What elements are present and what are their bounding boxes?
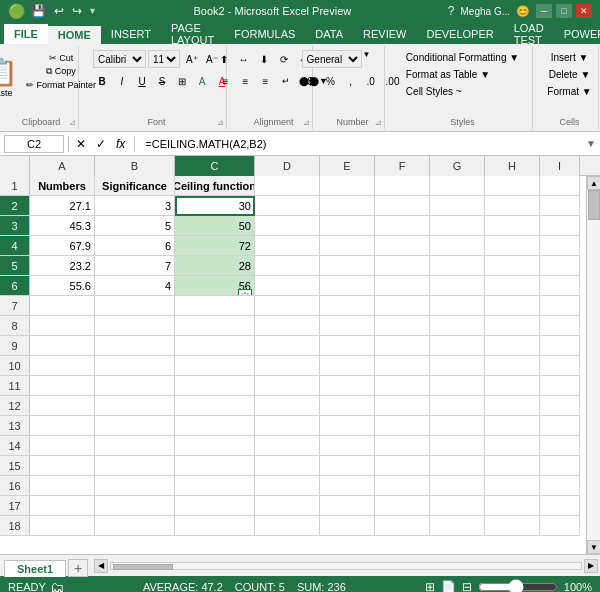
tab-developer[interactable]: DEVELOPER	[416, 24, 503, 44]
cell-a2[interactable]: 27.1	[30, 196, 95, 216]
cell-g4[interactable]	[430, 236, 485, 256]
row-header-7[interactable]: 7	[0, 296, 30, 316]
row-header-9[interactable]: 9	[0, 336, 30, 356]
increase-decimal-button[interactable]: .0	[362, 72, 380, 90]
cell-g5[interactable]	[430, 256, 485, 276]
tab-file[interactable]: FILE	[4, 24, 48, 44]
cell-a3[interactable]: 45.3	[30, 216, 95, 236]
formula-bar-expand-button[interactable]: ▼	[586, 138, 596, 149]
restore-button[interactable]: □	[556, 4, 572, 18]
col-header-d[interactable]: D	[255, 156, 320, 176]
zoom-slider[interactable]	[478, 581, 558, 592]
bold-button[interactable]: B	[93, 72, 111, 90]
row-header-6[interactable]: 6	[0, 276, 30, 296]
font-name-select[interactable]: Calibri	[93, 50, 146, 68]
vertical-scrollbar[interactable]: ▲ ▼	[586, 176, 600, 554]
page-layout-view-button[interactable]: 📄	[441, 580, 456, 592]
minimize-button[interactable]: ─	[536, 4, 552, 18]
formula-input[interactable]	[141, 135, 582, 153]
strikethrough-button[interactable]: S	[153, 72, 171, 90]
cell-b1[interactable]: Significance	[95, 176, 175, 196]
wrap-text-button[interactable]: ↵	[277, 72, 295, 90]
row-header-12[interactable]: 12	[0, 396, 30, 416]
cell-b2[interactable]: 3	[95, 196, 175, 216]
paste-button[interactable]: 📋 Paste	[0, 52, 19, 102]
cell-f2[interactable]	[375, 196, 430, 216]
insert-cells-button[interactable]: Insert ▼	[547, 50, 593, 65]
format-cells-button[interactable]: Format ▼	[543, 84, 595, 99]
align-bottom-button[interactable]: ⬇	[255, 50, 273, 68]
cell-g6[interactable]	[430, 276, 485, 296]
cell-c5[interactable]: 28	[175, 256, 255, 276]
font-size-select[interactable]: 11	[148, 50, 180, 68]
cell-b4[interactable]: 6	[95, 236, 175, 256]
paste-options-button[interactable]: 📋	[238, 289, 252, 296]
cell-f7[interactable]	[375, 296, 430, 316]
normal-view-button[interactable]: ⊞	[425, 580, 435, 592]
tab-data[interactable]: DATA	[305, 24, 353, 44]
cell-i3[interactable]	[540, 216, 580, 236]
format-as-table-button[interactable]: Format as Table ▼	[402, 67, 494, 82]
cell-h6[interactable]	[485, 276, 540, 296]
cell-d5[interactable]	[255, 256, 320, 276]
close-button[interactable]: ✕	[576, 4, 592, 18]
cell-i4[interactable]	[540, 236, 580, 256]
page-break-view-button[interactable]: ⊟	[462, 580, 472, 592]
cell-b6[interactable]: 4	[95, 276, 175, 296]
cell-f1[interactable]	[375, 176, 430, 196]
cell-f4[interactable]	[375, 236, 430, 256]
col-header-b[interactable]: B	[95, 156, 175, 176]
cell-h2[interactable]	[485, 196, 540, 216]
scroll-down-button[interactable]: ▼	[587, 540, 600, 554]
row-header-8[interactable]: 8	[0, 316, 30, 336]
tab-load-test[interactable]: LOAD TEST	[504, 24, 554, 44]
cell-c1[interactable]: Ceiling function	[175, 176, 255, 196]
underline-button[interactable]: U	[133, 72, 151, 90]
align-left-button[interactable]: ≡	[217, 72, 235, 90]
cell-a4[interactable]: 67.9	[30, 236, 95, 256]
save-button[interactable]: 💾	[29, 4, 48, 18]
confirm-formula-button[interactable]: ✓	[93, 137, 109, 151]
italic-button[interactable]: I	[113, 72, 131, 90]
border-button[interactable]: ⊞	[173, 72, 191, 90]
col-header-f[interactable]: F	[375, 156, 430, 176]
cell-d6[interactable]	[255, 276, 320, 296]
cell-e3[interactable]	[320, 216, 375, 236]
tab-review[interactable]: REVIEW	[353, 24, 416, 44]
align-center-button[interactable]: ≡	[237, 72, 255, 90]
col-header-c[interactable]: C	[175, 156, 255, 176]
delete-cells-button[interactable]: Delete ▼	[545, 67, 595, 82]
currency-button[interactable]: $	[302, 72, 320, 90]
scroll-left-button[interactable]: ◀	[94, 559, 108, 573]
number-format-select[interactable]: General	[302, 50, 362, 68]
scroll-up-button[interactable]: ▲	[587, 176, 600, 190]
percent-button[interactable]: %	[322, 72, 340, 90]
col-header-a[interactable]: A	[30, 156, 95, 176]
increase-font-button[interactable]: A⁺	[182, 50, 200, 68]
align-right-button[interactable]: ≡	[257, 72, 275, 90]
cell-h3[interactable]	[485, 216, 540, 236]
cell-d7[interactable]	[255, 296, 320, 316]
tab-formulas[interactable]: FORMULAS	[224, 24, 305, 44]
cell-i1[interactable]	[540, 176, 580, 196]
cell-b3[interactable]: 5	[95, 216, 175, 236]
cell-a6[interactable]: 55.6	[30, 276, 95, 296]
cell-reference-input[interactable]	[4, 135, 64, 153]
cell-h4[interactable]	[485, 236, 540, 256]
cell-e1[interactable]	[320, 176, 375, 196]
scroll-right-button[interactable]: ▶	[584, 559, 598, 573]
col-header-i[interactable]: I	[540, 156, 580, 176]
row-header-2[interactable]: 2	[0, 196, 30, 216]
cell-i5[interactable]	[540, 256, 580, 276]
row-header-10[interactable]: 10	[0, 356, 30, 376]
undo-button[interactable]: ↩	[52, 4, 66, 18]
col-header-g[interactable]: G	[430, 156, 485, 176]
redo-button[interactable]: ↪	[70, 4, 84, 18]
cell-i7[interactable]	[540, 296, 580, 316]
cell-h1[interactable]	[485, 176, 540, 196]
corner-cell[interactable]	[0, 156, 30, 176]
clipboard-expand-icon[interactable]: ⊿	[69, 118, 76, 127]
tab-home[interactable]: HOME	[48, 24, 101, 44]
cell-a1[interactable]: Numbers	[30, 176, 95, 196]
cell-a7[interactable]	[30, 296, 95, 316]
